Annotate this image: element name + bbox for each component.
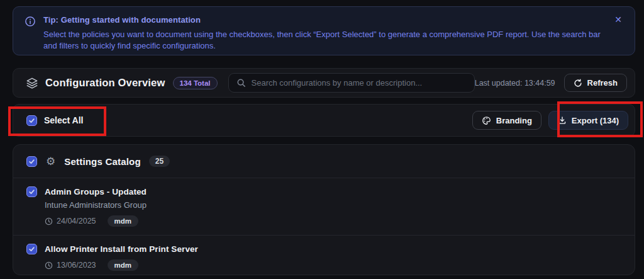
- policy-date: 13/06/2023: [57, 261, 96, 270]
- row-checkbox[interactable]: [26, 244, 37, 254]
- toolbar-actions: Branding Export (134): [472, 111, 628, 130]
- search-box: [228, 73, 475, 93]
- tip-banner: Tip: Getting started with documentation …: [13, 6, 635, 55]
- tip-banner-body: Select the policies you want to document…: [43, 29, 609, 52]
- info-icon: [25, 16, 36, 27]
- policy-details: Admin Groups - Updated Intune Administra…: [45, 186, 147, 227]
- select-all-label: Select All: [44, 115, 84, 125]
- total-count-badge: 134 Total: [173, 77, 218, 89]
- search-input[interactable]: [252, 78, 467, 88]
- selection-toolbar: Select All Branding: [13, 104, 635, 137]
- export-label: Export (134): [572, 116, 619, 125]
- policy-meta: 24/04/2025 mdm: [45, 215, 147, 227]
- policy-details: Allow Printer Install from Print Server …: [45, 244, 198, 271]
- search-icon: [236, 78, 246, 88]
- policy-title: Allow Printer Install from Print Server: [45, 244, 198, 254]
- palette-icon: [482, 116, 491, 125]
- group-header-settings-catalog[interactable]: ⚙ Settings Catalog 25: [13, 145, 635, 178]
- tip-banner-title: Tip: Getting started with documentation: [43, 15, 612, 25]
- policy-row[interactable]: Allow Printer Install from Print Server …: [13, 235, 635, 275]
- page-title: Configuration Overview: [45, 77, 165, 89]
- last-updated-text: Last updated: 13:44:59: [475, 79, 555, 88]
- layers-icon: [26, 77, 38, 89]
- refresh-button[interactable]: Refresh: [564, 74, 627, 92]
- tip-banner-text: Tip: Getting started with documentation …: [43, 15, 612, 52]
- row-checkbox[interactable]: [26, 186, 37, 197]
- check-icon: [28, 246, 35, 253]
- refresh-icon: [574, 79, 582, 88]
- header-bar: Configuration Overview 134 Total Last up…: [13, 68, 635, 98]
- select-all-checkbox[interactable]: [26, 115, 37, 126]
- clock-icon: [45, 261, 53, 270]
- export-button[interactable]: Export (134): [548, 111, 628, 130]
- policy-title: Admin Groups - Updated: [45, 187, 147, 196]
- check-icon: [28, 188, 35, 195]
- policy-meta: 13/06/2023 mdm: [45, 259, 198, 271]
- catalog-card: ⚙ Settings Catalog 25 Admin Groups - Upd…: [13, 144, 635, 275]
- policy-tag-badge: mdm: [108, 215, 138, 227]
- clock-icon: [45, 217, 53, 225]
- refresh-label: Refresh: [587, 78, 618, 88]
- download-icon: [558, 116, 567, 125]
- branding-label: Branding: [496, 116, 532, 125]
- app-root: Tip: Getting started with documentation …: [0, 0, 644, 279]
- check-icon: [28, 158, 35, 165]
- branding-button[interactable]: Branding: [472, 111, 541, 130]
- close-icon[interactable]: ✕: [612, 14, 625, 25]
- check-icon: [28, 117, 35, 124]
- policy-subtitle: Intune Administrators Group: [45, 200, 147, 210]
- group-title: Settings Catalog: [64, 156, 141, 167]
- gear-icon: ⚙: [46, 156, 55, 167]
- select-all: Select All: [26, 115, 84, 126]
- group-count-badge: 25: [149, 156, 170, 167]
- policy-row[interactable]: Admin Groups - Updated Intune Administra…: [13, 178, 635, 235]
- policy-tag-badge: mdm: [108, 259, 138, 271]
- group-checkbox[interactable]: [26, 156, 37, 167]
- policy-date: 24/04/2025: [57, 217, 96, 225]
